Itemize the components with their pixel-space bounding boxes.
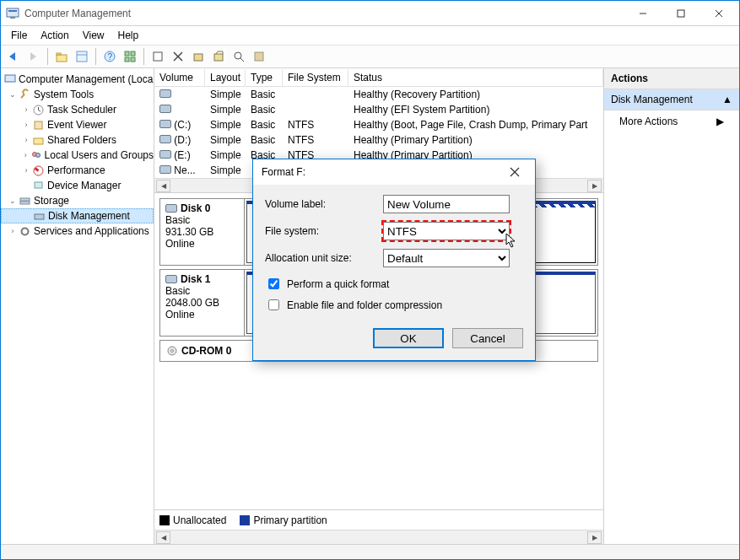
expand-icon[interactable]: ›	[21, 136, 31, 144]
tree-device-manager[interactable]: Device Manager	[1, 178, 154, 193]
hscroll-bottom[interactable]: ◀ ▶	[154, 530, 603, 544]
folder-icon	[31, 133, 45, 147]
actions-panel: Actions Disk Management ▲ More Actions ▶	[604, 68, 739, 544]
menu-action[interactable]: Action	[34, 28, 75, 43]
tool-icon-1[interactable]	[189, 47, 208, 66]
clock-icon	[31, 103, 45, 116]
volume-row[interactable]: SimpleBasicHealthy (EFI System Partition…	[154, 102, 603, 117]
up-icon[interactable]	[52, 47, 71, 66]
search-icon[interactable]	[230, 47, 248, 66]
scroll-right-icon[interactable]: ▶	[587, 531, 602, 544]
disk-icon	[165, 275, 177, 283]
volume-row[interactable]: SimpleBasicHealthy (Recovery Partition)	[154, 87, 603, 102]
svg-rect-14	[131, 51, 135, 56]
col-status[interactable]: Status	[348, 69, 603, 86]
tree-storage[interactable]: ⌄Storage	[1, 193, 154, 208]
dialog-close-button[interactable]	[498, 160, 532, 184]
expand-icon[interactable]: ›	[21, 151, 30, 159]
expand-icon[interactable]: ›	[8, 227, 18, 235]
delete-icon[interactable]	[169, 47, 187, 66]
tree-performance[interactable]: ›Performance	[1, 163, 154, 178]
expand-icon[interactable]: ›	[21, 166, 31, 175]
svg-rect-4	[678, 10, 684, 17]
tree-local-users[interactable]: ›Local Users and Groups	[1, 148, 154, 163]
more-actions[interactable]: More Actions ▶	[604, 110, 739, 132]
menu-view[interactable]: View	[76, 28, 111, 43]
disk-1-info: Disk 1 Basic 2048.00 GB Online	[160, 270, 245, 336]
tree-shared-folders[interactable]: ›Shared Folders	[1, 132, 154, 148]
menubar: File Action View Help	[1, 26, 739, 45]
tree-event-viewer[interactable]: ›Event Viewer	[1, 117, 154, 132]
svg-rect-0	[7, 8, 19, 17]
scroll-right-icon[interactable]: ▶	[587, 180, 602, 192]
format-dialog: Format F: Volume label: File system: NTF…	[252, 159, 536, 361]
expand-icon[interactable]: ›	[21, 121, 31, 129]
svg-rect-38	[35, 214, 44, 219]
tree-system-tools[interactable]: ⌄ System Tools	[1, 87, 154, 102]
col-filesystem[interactable]: File System	[283, 69, 348, 86]
actions-section[interactable]: Disk Management ▲	[604, 89, 739, 110]
back-icon[interactable]	[4, 47, 23, 66]
collapse-icon[interactable]: ⌄	[8, 197, 18, 205]
disk-icon	[32, 209, 46, 223]
svg-line-23	[240, 58, 244, 62]
compression-label: Enable file and folder compression	[287, 299, 442, 311]
legend-primary-icon	[240, 515, 250, 525]
actions-header: Actions	[604, 68, 739, 89]
expand-icon[interactable]: ›	[21, 105, 31, 114]
volume-row[interactable]: (D:)SimpleBasicNTFSHealthy (Primary Part…	[154, 132, 603, 148]
disk-icon	[159, 135, 171, 143]
close-button[interactable]	[699, 1, 737, 25]
compression-checkbox[interactable]	[268, 299, 279, 310]
tree-services[interactable]: ›Services and Applications	[1, 223, 154, 239]
col-volume[interactable]: Volume	[154, 69, 205, 86]
refresh-icon[interactable]	[149, 47, 167, 66]
quick-format-checkbox[interactable]	[268, 278, 279, 289]
allocation-unit-select[interactable]: Default	[383, 249, 510, 267]
col-type[interactable]: Type	[246, 69, 283, 86]
disk-icon	[159, 165, 171, 174]
svg-rect-21	[214, 54, 223, 61]
maximize-button[interactable]	[662, 1, 699, 25]
tree-disk-management[interactable]: Disk Management	[1, 208, 154, 223]
volume-row[interactable]: (C:)SimpleBasicNTFSHealthy (Boot, Page F…	[154, 117, 603, 132]
tree-task-scheduler[interactable]: ›Task Scheduler	[1, 102, 154, 117]
computer-icon	[4, 73, 16, 86]
svg-point-22	[235, 52, 241, 59]
svg-text:?: ?	[108, 52, 113, 62]
title-text: Computer Management	[24, 8, 624, 19]
volume-header[interactable]: Volume Layout Type File System Status	[154, 68, 603, 87]
scroll-left-icon[interactable]: ◀	[156, 531, 170, 544]
menu-file[interactable]: File	[4, 28, 34, 43]
minimize-button[interactable]	[624, 1, 662, 25]
menu-help[interactable]: Help	[111, 28, 146, 43]
settings-icon[interactable]	[250, 47, 268, 66]
collapse-icon[interactable]: ▲	[722, 94, 732, 105]
services-icon	[18, 224, 31, 238]
volume-label-input[interactable]	[383, 195, 510, 213]
ok-button[interactable]: OK	[373, 328, 444, 348]
filesystem-select[interactable]: NTFS	[383, 222, 510, 240]
device-icon	[31, 179, 45, 192]
scroll-left-icon[interactable]: ◀	[156, 180, 170, 192]
users-icon	[30, 148, 42, 162]
tree-panel[interactable]: Computer Management (Local) ⌄ System Too…	[1, 68, 154, 544]
quick-format-label: Perform a quick format	[287, 278, 389, 290]
properties-icon[interactable]	[73, 47, 91, 66]
view-icon[interactable]	[121, 47, 139, 66]
svg-rect-8	[57, 53, 61, 55]
col-layout[interactable]: Layout	[205, 69, 246, 86]
svg-rect-15	[125, 57, 129, 62]
tree-root[interactable]: Computer Management (Local)	[1, 72, 154, 87]
tool-icon-2[interactable]	[209, 47, 228, 66]
svg-rect-2	[10, 17, 15, 19]
legend: Unallocated Primary partition	[154, 509, 603, 530]
svg-rect-7	[57, 55, 67, 62]
help-icon[interactable]: ?	[100, 47, 119, 66]
svg-rect-30	[34, 138, 43, 144]
event-icon	[31, 118, 45, 132]
cancel-button[interactable]: Cancel	[452, 328, 523, 348]
collapse-icon[interactable]: ⌄	[8, 90, 18, 99]
svg-point-41	[171, 350, 174, 353]
disk-0-info: Disk 0 Basic 931.30 GB Online	[160, 199, 245, 265]
